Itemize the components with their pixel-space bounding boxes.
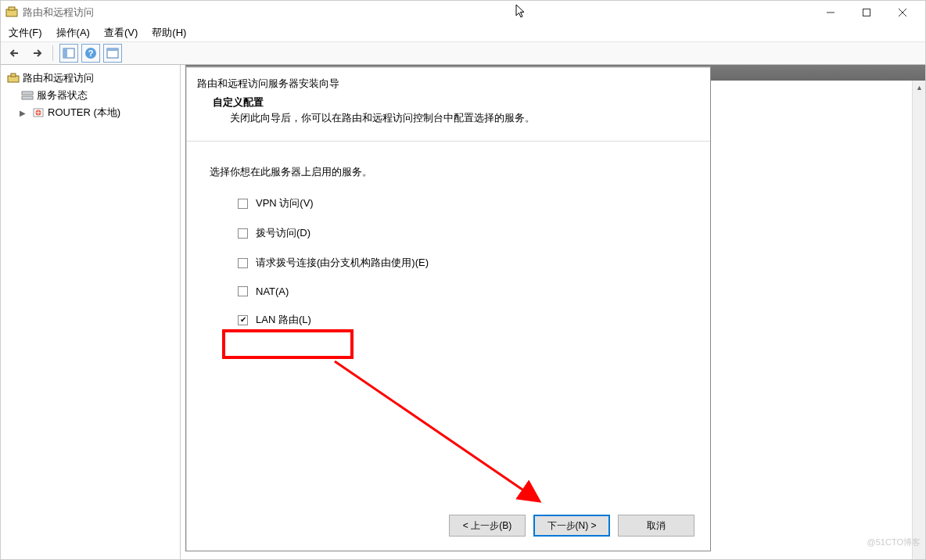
- tree-server-status[interactable]: 服务器状态: [4, 87, 177, 104]
- dialog-subtitle-block: 自定义配置 关闭此向导后，你可以在路由和远程访问控制台中配置选择的服务。: [197, 91, 699, 125]
- back-button[interactable]: [5, 44, 24, 63]
- menubar: 文件(F) 操作(A) 查看(V) 帮助(H): [1, 24, 925, 41]
- properties-button[interactable]: [103, 44, 122, 63]
- svg-rect-7: [63, 48, 67, 58]
- svg-rect-1: [9, 7, 15, 10]
- next-step-label: 下一步(N) >: [547, 519, 597, 533]
- show-hide-tree-button[interactable]: [59, 44, 78, 63]
- option-dial-label: 拨号访问(D): [256, 226, 310, 240]
- tree-root[interactable]: 路由和远程访问: [4, 70, 177, 87]
- svg-text:?: ?: [88, 48, 94, 58]
- cancel-label: 取消: [647, 519, 666, 533]
- checkbox-demand[interactable]: [238, 258, 248, 268]
- menu-action[interactable]: 操作(A): [56, 26, 90, 40]
- close-button[interactable]: [885, 1, 921, 24]
- svg-rect-3: [863, 9, 870, 16]
- window-controls: [813, 1, 921, 24]
- dialog-subtitle: 自定义配置: [213, 96, 264, 108]
- body-area: 路由和远程访问 服务器状态 ▶ ROUTER (本地) 路由和远程访问服务器安装…: [1, 65, 925, 559]
- router-icon: [32, 106, 45, 119]
- instruction-text: 选择你想在此服务器上启用的服务。: [210, 165, 687, 179]
- option-nat[interactable]: NAT(A): [238, 285, 687, 297]
- scroll-up-button[interactable]: ▲: [913, 81, 926, 94]
- forward-button[interactable]: [27, 44, 46, 63]
- content-panel: 路由和远程访问服务器安装向导 自定义配置 关闭此向导后，你可以在路由和远程访问控…: [181, 65, 925, 559]
- dialog-body: 选择你想在此服务器上启用的服务。 VPN 访问(V) 拨号访问(D) 请求拨号连…: [186, 142, 710, 327]
- tree-root-label: 路由和远程访问: [23, 71, 94, 85]
- option-lan[interactable]: LAN 路由(L): [238, 313, 687, 327]
- menu-file[interactable]: 文件(F): [9, 26, 42, 40]
- expand-icon[interactable]: ▶: [20, 109, 29, 117]
- svg-line-18: [335, 361, 540, 501]
- annotation-highlight-box: [222, 329, 354, 359]
- tree-server-status-label: 服务器状态: [37, 88, 88, 102]
- option-dial[interactable]: 拨号访问(D): [238, 226, 687, 240]
- toolbar: ?: [1, 41, 925, 65]
- tree-router-local[interactable]: ▶ ROUTER (本地): [4, 104, 177, 121]
- checkbox-lan[interactable]: [238, 315, 248, 325]
- svg-rect-13: [11, 74, 16, 77]
- dialog-button-row: < 上一步(B) 下一步(N) > 取消: [449, 515, 694, 537]
- app-window: 路由和远程访问 文件(F) 操作(A) 查看(V) 帮助(H) ? 路由和远程访…: [0, 0, 926, 560]
- window-title: 路由和远程访问: [23, 5, 813, 20]
- watermark-text: @51CTO博客: [867, 537, 921, 548]
- svg-rect-11: [107, 48, 118, 51]
- next-step-button[interactable]: 下一步(N) >: [533, 515, 610, 537]
- option-nat-label: NAT(A): [256, 285, 289, 297]
- menu-view[interactable]: 查看(V): [104, 26, 138, 40]
- option-vpn[interactable]: VPN 访问(V): [238, 196, 687, 210]
- app-icon: [5, 6, 18, 19]
- checkbox-vpn[interactable]: [238, 199, 248, 209]
- option-lan-label: LAN 路由(L): [256, 313, 311, 327]
- option-demand[interactable]: 请求拨号连接(由分支机构路由使用)(E): [238, 256, 687, 270]
- tree-panel: 路由和远程访问 服务器状态 ▶ ROUTER (本地): [1, 65, 181, 559]
- dialog-subtitle-desc: 关闭此向导后，你可以在路由和远程访问控制台中配置选择的服务。: [213, 111, 699, 125]
- minimize-button[interactable]: [813, 1, 849, 24]
- menu-help[interactable]: 帮助(H): [152, 26, 186, 40]
- help-button[interactable]: ?: [81, 44, 100, 63]
- cancel-button[interactable]: 取消: [618, 515, 694, 537]
- toolbar-separator: [52, 45, 53, 61]
- checkbox-nat[interactable]: [238, 286, 248, 296]
- rras-root-icon: [7, 72, 20, 84]
- titlebar: 路由和远程访问: [1, 1, 925, 24]
- svg-rect-15: [22, 96, 33, 99]
- maximize-button[interactable]: [849, 1, 885, 24]
- dialog-title: 路由和远程访问服务器安装向导: [197, 77, 699, 91]
- server-status-icon: [21, 89, 34, 102]
- back-step-button[interactable]: < 上一步(B): [449, 515, 526, 537]
- option-vpn-label: VPN 访问(V): [256, 196, 314, 210]
- back-step-label: < 上一步(B): [463, 519, 511, 533]
- tree-router-label: ROUTER (本地): [48, 106, 120, 120]
- checkbox-dial[interactable]: [238, 228, 248, 239]
- dialog-header: 路由和远程访问服务器安装向导 自定义配置 关闭此向导后，你可以在路由和远程访问控…: [186, 67, 710, 133]
- svg-rect-14: [22, 92, 33, 95]
- vertical-scrollbar[interactable]: ▲: [912, 81, 925, 559]
- option-demand-label: 请求拨号连接(由分支机构路由使用)(E): [256, 256, 429, 270]
- wizard-dialog: 路由和远程访问服务器安装向导 自定义配置 关闭此向导后，你可以在路由和远程访问控…: [185, 66, 711, 551]
